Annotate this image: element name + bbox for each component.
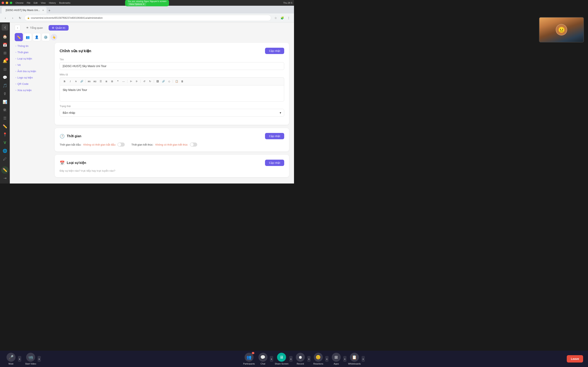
- extensions-button[interactable]: 🧩: [279, 15, 285, 21]
- time-fields: Thời gian bắt đầu: Không có thời gian bắ…: [60, 142, 284, 147]
- menu-item-anhbia[interactable]: › Ảnh bìa sự kiện: [15, 68, 52, 75]
- start-time-field: Thời gian bắt đầu: Không có thời gian bắ…: [60, 142, 125, 147]
- editor-bullet[interactable]: ☰: [98, 79, 103, 84]
- content-layout: › Thông tin › Thời gian › Loại sự kiện ›…: [10, 43, 294, 182]
- back-nav-button[interactable]: ‹: [15, 25, 20, 31]
- sidebar-icon-grid[interactable]: ⊞: [1, 49, 9, 57]
- sidebar-icon-notification[interactable]: 🔔 28: [1, 58, 9, 65]
- status-dropdown[interactable]: Bản nháp ▾: [60, 109, 284, 117]
- sidebar-icon-globe[interactable]: 🌐: [1, 147, 9, 155]
- editor-table[interactable]: ⊞: [109, 79, 115, 84]
- menu-bookmarks[interactable]: Bookmarks: [59, 2, 70, 4]
- editor-h2[interactable]: H2: [92, 79, 98, 84]
- new-tab-button[interactable]: +: [47, 8, 52, 13]
- sidebar-icon-list[interactable]: ☰: [1, 115, 9, 122]
- mac-dots: Chrome File Edit View History Bookmarks: [2, 2, 70, 4]
- admin-tab-group[interactable]: 👤: [33, 33, 41, 41]
- menu-file[interactable]: File: [27, 2, 30, 4]
- editor-align-left[interactable]: ⊫: [129, 79, 134, 84]
- sidebar-icon-podcast[interactable]: 🎙: [1, 90, 9, 98]
- left-menu: › Thông tin › Thời gian › Loại sự kiện ›…: [15, 43, 52, 177]
- time-section-title: 🕐 Thời gian: [60, 134, 81, 139]
- menu-item-thongtin[interactable]: › Thông tin: [15, 43, 52, 49]
- edit-update-button[interactable]: Cập nhật: [265, 48, 284, 54]
- menu-item-loaisukien[interactable]: › Loại sự kiện: [15, 55, 52, 62]
- address-bar[interactable]: 🔒 coursemind.io/events/651587f08237e8001…: [25, 15, 271, 21]
- sidebar-icon-edit-bottom[interactable]: ✏️: [1, 166, 9, 174]
- sidebar-icon-calendar[interactable]: 📅: [1, 41, 9, 49]
- editor-ordered[interactable]: ≣: [104, 79, 109, 84]
- tab-quan-tri[interactable]: ⚙ Quản trị: [49, 25, 69, 31]
- sidebar-icon-analytics[interactable]: 📊: [1, 98, 9, 106]
- event-type-header: 📅 Loại sự kiện Cập nhật: [60, 160, 284, 166]
- sidebar-collapse-button[interactable]: ›|: [2, 24, 8, 31]
- editor-embed[interactable]: ◇: [166, 79, 172, 84]
- chrome-window: [GDSC-HUST] Sky Mavis Uni... ✕ + ‹ › ↻ 🔒…: [0, 6, 294, 184]
- status-label: Trạng thái: [60, 105, 284, 108]
- clock-icon: 🕐: [60, 134, 65, 139]
- menu-item-qr[interactable]: › QR Code: [15, 81, 52, 87]
- chrome-label: Chrome: [16, 2, 24, 4]
- menu-item-xoa[interactable]: › Xóa sự kiện: [15, 87, 52, 93]
- menu-history[interactable]: History: [49, 2, 56, 4]
- editor-link[interactable]: 🔗: [79, 79, 84, 84]
- editor-content[interactable]: Sky Mavis Uni Tour: [60, 85, 284, 101]
- sidebar-icon-home[interactable]: 🏠: [1, 33, 9, 40]
- sidebar-icon-tools[interactable]: 🛠: [1, 106, 9, 114]
- editor-bold[interactable]: B: [62, 79, 67, 84]
- editor-hr[interactable]: —: [121, 79, 126, 84]
- forward-button[interactable]: ›: [10, 15, 16, 21]
- menu-view[interactable]: View: [41, 2, 46, 4]
- start-time-value: Không có thời gian bắt đầu: [83, 143, 115, 146]
- sidebar-icon-location[interactable]: 📍: [1, 131, 9, 138]
- sidebar-icon-v[interactable]: V: [1, 139, 9, 146]
- admin-tab-users[interactable]: 👥: [24, 33, 32, 41]
- sidebar-icon-logout[interactable]: ⇥: [1, 175, 9, 182]
- sidebar-icon-pen[interactable]: 🖊: [1, 155, 9, 163]
- end-time-toggle[interactable]: [190, 142, 197, 147]
- sidebar-icon-messages[interactable]: 💬: [1, 74, 9, 81]
- end-time-field: Thời gian kết thúc: Không có thời gian k…: [131, 142, 197, 147]
- menu-item-ve[interactable]: › Vé: [15, 62, 52, 68]
- tab-title: [GDSC-HUST] Sky Mavis Uni...: [6, 9, 40, 12]
- more-button[interactable]: ⋮: [286, 15, 292, 21]
- mac-close-dot[interactable]: [2, 2, 4, 4]
- event-type-section-card: 📅 Loại sự kiện Cập nhật Đây sự kiện nào?…: [55, 155, 289, 177]
- tab-tong-quan[interactable]: 👁 Tổng quan: [23, 25, 46, 31]
- menu-item-logo[interactable]: › Logo sự kiện: [15, 75, 52, 81]
- editor-image[interactable]: 🖼: [155, 79, 160, 84]
- sidebar-icon-draw[interactable]: ✏️: [1, 123, 9, 130]
- view-options-button[interactable]: View Options ▾: [128, 2, 146, 6]
- sidebar-icon-apps[interactable]: ⊟: [1, 66, 9, 73]
- form-area: Chỉnh sửa sự kiện Cập nhật Tên Miêu tả: [55, 43, 289, 177]
- sidebar-icon-music[interactable]: 🎵: [1, 82, 9, 89]
- editor-strike[interactable]: S: [73, 79, 79, 84]
- start-time-toggle[interactable]: [117, 142, 125, 147]
- menu-edit[interactable]: Edit: [34, 2, 38, 4]
- editor-undo[interactable]: ↺: [142, 79, 147, 84]
- admin-tab-settings[interactable]: ⚙️: [42, 33, 50, 41]
- editor-clear[interactable]: 🗑: [180, 79, 185, 84]
- tab-close-button[interactable]: ✕: [42, 8, 45, 12]
- mac-maximize-dot[interactable]: [10, 2, 12, 4]
- menu-item-thoigian[interactable]: › Thời gian: [15, 49, 52, 55]
- editor-redo[interactable]: ↻: [147, 79, 153, 84]
- bookmark-button[interactable]: ☆: [273, 15, 278, 21]
- editor-paste[interactable]: 📋: [174, 79, 179, 84]
- event-type-update-button[interactable]: Cập nhật: [265, 160, 284, 166]
- admin-tab-edit[interactable]: ✏️: [15, 33, 23, 41]
- editor-italic[interactable]: I: [68, 79, 73, 84]
- page-area: ‹ 👁 Tổng quan ⚙ Quản trị ✏️ 👥 👤 ⚙️ 👆: [10, 22, 294, 184]
- name-input[interactable]: [60, 62, 284, 70]
- chrome-tab-active[interactable]: [GDSC-HUST] Sky Mavis Uni... ✕: [2, 7, 47, 13]
- mac-status-bar: Thu 28 S: [283, 2, 292, 4]
- reload-button[interactable]: ↻: [17, 15, 23, 21]
- time-update-button[interactable]: Cập nhật: [265, 133, 284, 139]
- editor-h1[interactable]: H1: [86, 79, 92, 84]
- editor-align-right[interactable]: ⊪: [134, 79, 139, 84]
- editor-quote[interactable]: ❝: [115, 79, 121, 84]
- editor-hyperlink[interactable]: 🔗: [161, 79, 166, 84]
- mac-minimize-dot[interactable]: [6, 2, 8, 4]
- back-button[interactable]: ‹: [2, 15, 8, 21]
- end-time-label: Thời gian kết thúc:: [131, 143, 153, 146]
